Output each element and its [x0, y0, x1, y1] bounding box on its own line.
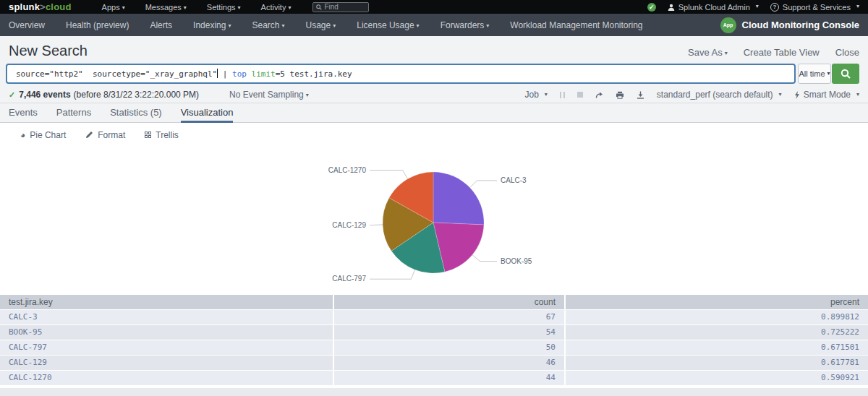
caret-down-icon: ▾: [238, 4, 241, 11]
print-button[interactable]: [616, 91, 624, 99]
menu-activity[interactable]: Activity▾: [261, 3, 292, 12]
app-navbar: Overview Health (preview) Alerts Indexin…: [0, 14, 868, 36]
cell-key[interactable]: CALC-1270: [0, 371, 333, 385]
nav-search[interactable]: Search▾: [252, 20, 284, 30]
chart-type-button[interactable]: ◕ Pie Chart: [20, 130, 66, 140]
page-actions: Save As▾ Create Table View Close: [688, 47, 859, 58]
pause-button[interactable]: [560, 92, 565, 98]
support-menu[interactable]: ? Support & Services▾: [770, 3, 859, 12]
caret-down-icon: ▾: [486, 22, 489, 29]
query-segment: |: [218, 69, 232, 79]
download-icon: [637, 91, 644, 99]
nav-alerts[interactable]: Alerts: [150, 20, 172, 30]
cell-percent[interactable]: 0.590921: [566, 371, 868, 385]
menu-settings[interactable]: Settings▾: [207, 3, 241, 12]
event-count: 7,446 events: [19, 90, 70, 100]
caret-down-icon: ▾: [288, 4, 291, 11]
nav-workload-monitoring[interactable]: Workload Management Monitoring: [510, 20, 642, 30]
run-search-button[interactable]: [832, 64, 859, 84]
search-query-input[interactable]: source="http2" sourcetype="_xray_graphql…: [6, 64, 796, 84]
cell-percent[interactable]: 0.617781: [566, 356, 868, 370]
caret-down-icon: ▾: [545, 91, 548, 98]
pie-chart-icon: ◕: [20, 130, 25, 140]
tab-patterns[interactable]: Patterns: [56, 103, 91, 123]
pencil-icon: [85, 131, 93, 139]
header-key[interactable]: test.jira.key: [0, 295, 333, 309]
cell-count[interactable]: 54: [334, 325, 564, 340]
viz-toolbar: ◕ Pie Chart Format Trellis: [0, 123, 868, 147]
caret-down-icon: ▾: [779, 91, 782, 98]
pie-label-leader: [370, 171, 408, 179]
result-tabs: Events Patterns Statistics (5) Visualiza…: [9, 103, 233, 123]
table-row[interactable]: CALC-3670.899812: [0, 310, 868, 324]
job-done-check-icon: ✓: [9, 90, 15, 100]
caret-down-icon: ▾: [306, 92, 309, 98]
pie-slice-CALC-3[interactable]: [433, 172, 484, 225]
job-controls: Job▾ standard_perf (search default)▾ Sma…: [524, 90, 859, 100]
app-nav-items: Overview Health (preview) Alerts Indexin…: [9, 20, 643, 30]
table-row[interactable]: BOOK-95540.725222: [0, 325, 868, 340]
header-count[interactable]: count: [334, 295, 564, 309]
splunk-cloud-logo[interactable]: splunk>cloud: [9, 1, 72, 12]
nav-usage[interactable]: Usage▾: [306, 20, 336, 30]
health-status-icon[interactable]: ✓: [647, 3, 656, 12]
event-time: (before 8/31/22 3:22:20.000 PM): [74, 90, 199, 100]
caret-down-icon: ▾: [725, 50, 728, 56]
find-input[interactable]: Find: [312, 2, 369, 12]
table-row[interactable]: CALC-1270440.590921: [0, 371, 868, 385]
cell-key[interactable]: CALC-3: [0, 310, 333, 324]
cell-count[interactable]: 50: [334, 340, 564, 355]
tab-statistics[interactable]: Statistics (5): [110, 103, 162, 123]
nav-license-usage[interactable]: License Usage▾: [357, 20, 419, 30]
caret-down-icon: ▾: [856, 91, 859, 98]
page-title: New Search: [9, 43, 88, 59]
caret-down-icon: ▾: [827, 70, 830, 77]
perf-mode-menu[interactable]: standard_perf (search default)▾: [657, 90, 782, 100]
stop-button[interactable]: [577, 92, 583, 98]
topbar: splunk>cloud Apps▾ Messages▾ Settings▾ A…: [0, 0, 868, 14]
cell-key[interactable]: CALC-129: [0, 356, 333, 370]
cell-key[interactable]: BOOK-95: [0, 325, 333, 340]
query-segment: =5 test.jira.key: [276, 69, 352, 79]
format-button[interactable]: Format: [85, 130, 125, 140]
job-menu[interactable]: Job▾: [524, 90, 547, 100]
pie-chart: CALC-3BOOK-95CALC-797CALC-129CALC-1270: [0, 145, 868, 295]
caret-down-icon: ▾: [333, 22, 336, 29]
share-button[interactable]: [595, 91, 603, 99]
nav-forwarders[interactable]: Forwarders▾: [441, 20, 490, 30]
cell-percent[interactable]: 0.671501: [566, 340, 868, 355]
time-range-picker[interactable]: All time▾: [798, 64, 831, 84]
search-mode-menu[interactable]: Smart Mode▾: [794, 90, 859, 100]
nav-overview[interactable]: Overview: [9, 20, 45, 30]
cell-percent[interactable]: 0.899812: [566, 310, 868, 324]
spl-query-text: source="http2" sourcetype="_xray_graphql…: [16, 69, 352, 79]
query-segment: limit: [252, 69, 276, 79]
close-button[interactable]: Close: [835, 47, 859, 58]
pie-label: CALC-129: [332, 221, 366, 229]
stop-icon: [577, 92, 583, 98]
table-row[interactable]: CALC-797500.671501: [0, 340, 868, 355]
table-row[interactable]: CALC-129460.617781: [0, 356, 868, 370]
cell-key[interactable]: CALC-797: [0, 340, 333, 355]
trellis-button[interactable]: Trellis: [145, 130, 179, 140]
event-sampling-menu[interactable]: No Event Sampling▾: [229, 90, 309, 100]
pie-label: BOOK-95: [501, 257, 532, 265]
cell-count[interactable]: 44: [334, 371, 564, 385]
tab-visualization[interactable]: Visualization: [181, 103, 234, 123]
nav-health[interactable]: Health (preview): [66, 20, 129, 30]
tab-events[interactable]: Events: [9, 103, 38, 123]
save-as-button[interactable]: Save As▾: [688, 47, 728, 58]
cell-count[interactable]: 67: [334, 310, 564, 324]
user-menu[interactable]: Splunk Cloud Admin▾: [668, 3, 759, 12]
cell-percent[interactable]: 0.725222: [566, 325, 868, 340]
help-icon: ?: [770, 3, 779, 12]
header-percent[interactable]: percent: [566, 295, 868, 309]
pie-label-leader: [370, 225, 383, 225]
share-icon: [595, 91, 603, 99]
cell-count[interactable]: 46: [334, 356, 564, 370]
export-button[interactable]: [637, 91, 644, 99]
menu-apps[interactable]: Apps▾: [102, 3, 125, 12]
create-table-view-button[interactable]: Create Table View: [744, 47, 820, 58]
nav-indexing[interactable]: Indexing▾: [193, 20, 231, 30]
menu-messages[interactable]: Messages▾: [145, 3, 187, 12]
